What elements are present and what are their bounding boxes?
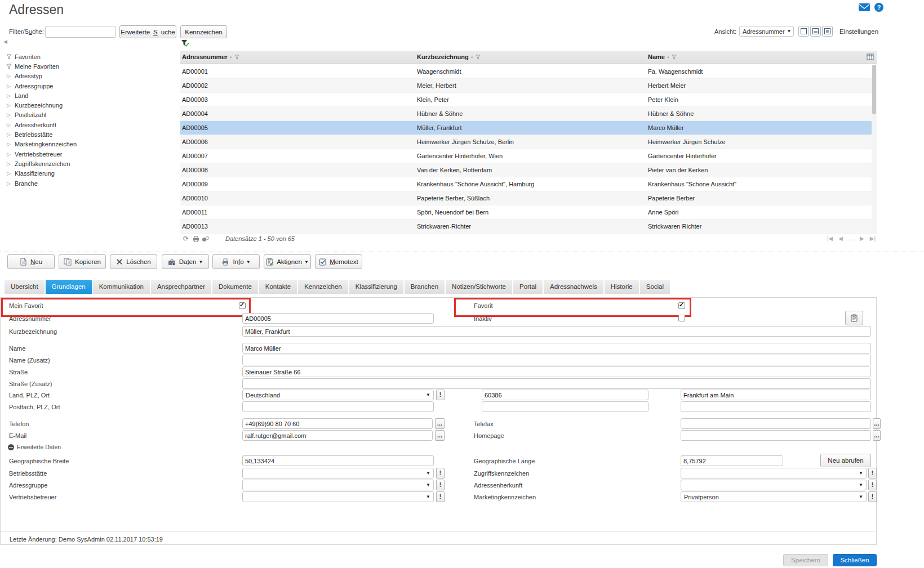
kopieren-button[interactable]: Kopieren xyxy=(59,254,106,269)
postfach-plz-field[interactable] xyxy=(482,401,648,412)
adressenherkunft-select[interactable]: ▼ xyxy=(681,480,867,490)
geo-breite-field[interactable] xyxy=(242,455,434,466)
tree-item-branche[interactable]: ▷Branche xyxy=(6,178,175,188)
strasse-zusatz-field[interactable] xyxy=(242,378,871,389)
scrollbar-thumb[interactable] xyxy=(872,65,876,114)
table-row[interactable]: AD00004Hübner & SöhneHübner & Söhne xyxy=(180,107,877,121)
prev-page-icon[interactable]: ◀ xyxy=(838,235,843,241)
pages-ellipsis-icon[interactable]: … xyxy=(849,235,854,241)
tree-item-adresstyp[interactable]: ▷Adresstyp xyxy=(6,71,175,81)
betriebsstaette-mandatory-button[interactable]: ! xyxy=(436,468,445,478)
clipboard-button[interactable] xyxy=(845,311,863,325)
marketingkennzeichen-select[interactable]: Privatperson ▼ xyxy=(681,491,867,502)
telefon-field[interactable] xyxy=(242,418,433,429)
betriebsstaette-select[interactable]: ▼ xyxy=(242,468,434,478)
info-button[interactable]: Info▼ xyxy=(212,254,260,269)
table-row[interactable]: AD00006Heimwerker Jürgen Schulze, Berlin… xyxy=(180,135,877,149)
name-zusatz-field[interactable] xyxy=(242,355,871,365)
filter-active-icon[interactable] xyxy=(181,39,189,47)
tab-kontakte[interactable]: Kontakte xyxy=(259,280,297,294)
marketingkennzeichen-mandatory-button[interactable]: ! xyxy=(868,491,877,502)
homepage-more-button[interactable]: … xyxy=(873,430,881,441)
view-detail-icon[interactable] xyxy=(822,26,833,37)
tree-item-adressgruppe[interactable]: ▷Adressgruppe xyxy=(6,81,175,91)
vertriebsbetreuer-mandatory-button[interactable]: ! xyxy=(436,491,445,502)
column-header-adressnummer[interactable]: Adressnummer ▲ xyxy=(182,51,239,64)
column-settings-icon[interactable] xyxy=(867,53,874,60)
table-row[interactable]: AD00013Strickwaren-RichterStrickwaren Ri… xyxy=(180,220,877,234)
tab-notizen-stichworte[interactable]: Notizen/Stichworte xyxy=(446,280,512,294)
mein-favorit-checkbox[interactable] xyxy=(239,302,246,309)
column-header-name[interactable]: Name ▲ xyxy=(648,51,677,64)
table-row[interactable]: AD00005Müller, FrankfurtMarco Müller xyxy=(180,121,877,135)
tab-kennzeichen[interactable]: Kennzeichen xyxy=(298,280,348,294)
homepage-field[interactable] xyxy=(681,430,871,441)
land-select[interactable]: Deutschland ▼ xyxy=(242,390,434,400)
tab-historie[interactable]: Historie xyxy=(605,280,639,294)
table-row[interactable]: AD00007Gartencenter Hinterhofer, WienGar… xyxy=(180,149,877,163)
help-icon[interactable]: ? xyxy=(874,3,883,12)
tree-item-favoriten[interactable]: Favoriten xyxy=(6,52,175,61)
postfach-ort-field[interactable] xyxy=(681,401,871,412)
view-full-icon[interactable] xyxy=(798,26,809,37)
table-row[interactable]: AD00002Meier, HerbertHerbert Meier xyxy=(180,79,877,93)
refresh-icon[interactable]: ⟳ xyxy=(183,235,189,243)
zugriffskennzeichen-mandatory-button[interactable]: ! xyxy=(868,468,877,478)
tree-item-vertriebsbetreuer[interactable]: ▷Vertriebsbetreuer xyxy=(6,149,175,159)
tree-item-land[interactable]: ▷Land xyxy=(6,91,175,100)
tab-ansprechpartner[interactable]: Ansprechpartner xyxy=(151,280,211,294)
löschen-button[interactable]: Löschen xyxy=(110,254,157,269)
plz-field[interactable] xyxy=(482,390,648,400)
strasse-field[interactable] xyxy=(242,366,871,377)
ort-field[interactable] xyxy=(681,390,871,400)
table-row[interactable]: AD00011Spöri, Neuendorf bei BernAnne Spö… xyxy=(180,205,877,220)
memotext-button[interactable]: Memotext xyxy=(315,254,362,269)
tree-item-zugriffskennzeichen[interactable]: ▷Zugriffskennzeichen xyxy=(6,159,175,168)
email-field[interactable] xyxy=(242,430,433,441)
table-row[interactable]: AD00010Papeterie Berber, SüßlachPapeteri… xyxy=(180,191,877,205)
tab-adressnachweis[interactable]: Adressnachweis xyxy=(544,280,603,294)
tree-item-postleitzahl[interactable]: ▷Postleitzahl xyxy=(6,110,175,120)
favorit-checkbox[interactable] xyxy=(678,302,685,309)
column-filter-icon[interactable] xyxy=(672,55,677,60)
geo-laenge-field[interactable] xyxy=(681,455,783,466)
table-row[interactable]: AD00009Krankenhaus "Schöne Aussicht", Ha… xyxy=(180,177,877,191)
name-field[interactable] xyxy=(242,343,871,354)
column-filter-icon[interactable] xyxy=(234,55,239,60)
telefax-more-button[interactable]: … xyxy=(873,418,881,429)
tree-item-betriebsstätte[interactable]: ▷Betriebsstätte xyxy=(6,129,175,139)
view-split-icon[interactable] xyxy=(810,26,821,37)
telefax-field[interactable] xyxy=(681,418,871,429)
table-row[interactable]: AD00003Klein, PeterPeter Klein xyxy=(180,93,877,107)
inaktiv-checkbox[interactable] xyxy=(678,315,685,321)
tree-item-klassifizierung[interactable]: ▷Klassifizierung xyxy=(6,169,175,178)
tab-social[interactable]: Social xyxy=(640,280,670,294)
table-row[interactable]: AD00001WaagenschmidtFa. Waagenschmidt xyxy=(180,65,877,79)
tree-item-kurzbezeichnung[interactable]: ▷Kurzbezeichnung xyxy=(6,100,175,110)
kurzbezeichnung-field[interactable] xyxy=(242,326,871,337)
filter-search-input[interactable] xyxy=(45,26,116,38)
kennzeichen-button[interactable]: Kennzeichen xyxy=(180,25,227,38)
tree-item-marketingkennzeichen[interactable]: ▷Marketingkennzeichen xyxy=(6,140,175,149)
tab-portal[interactable]: Portal xyxy=(513,280,543,294)
tab-grundlagen[interactable]: Grundlagen xyxy=(46,280,92,294)
postfach-field[interactable] xyxy=(242,401,434,412)
table-row[interactable]: AD00008Van der Kerken, RotterdamPieter v… xyxy=(180,163,877,177)
mail-icon[interactable] xyxy=(859,3,870,11)
adressgruppe-select[interactable]: ▼ xyxy=(242,480,434,490)
table-scrollbar[interactable] xyxy=(872,65,877,233)
tab-dokumente[interactable]: Dokumente xyxy=(212,280,258,294)
email-more-button[interactable]: … xyxy=(435,430,445,441)
daten-button[interactable]: Daten▼ xyxy=(162,254,209,269)
neu-button[interactable]: Neu xyxy=(7,254,55,269)
column-header-kurzbezeichnung[interactable]: Kurzbezeichnung ▲ xyxy=(417,51,481,64)
telefon-more-button[interactable]: … xyxy=(435,418,445,429)
aktionen-button[interactable]: Aktionen▼ xyxy=(264,254,311,269)
tab-klassifizierung[interactable]: Klassifizierung xyxy=(349,280,403,294)
ansicht-select[interactable]: Adressnummer ▼ xyxy=(739,26,794,37)
next-page-icon[interactable]: ▶ xyxy=(860,235,864,241)
close-button[interactable]: Schließen xyxy=(833,554,877,566)
column-filter-icon[interactable] xyxy=(476,55,481,60)
adressgruppe-mandatory-button[interactable]: ! xyxy=(436,480,445,490)
adressnummer-field[interactable] xyxy=(242,313,434,324)
